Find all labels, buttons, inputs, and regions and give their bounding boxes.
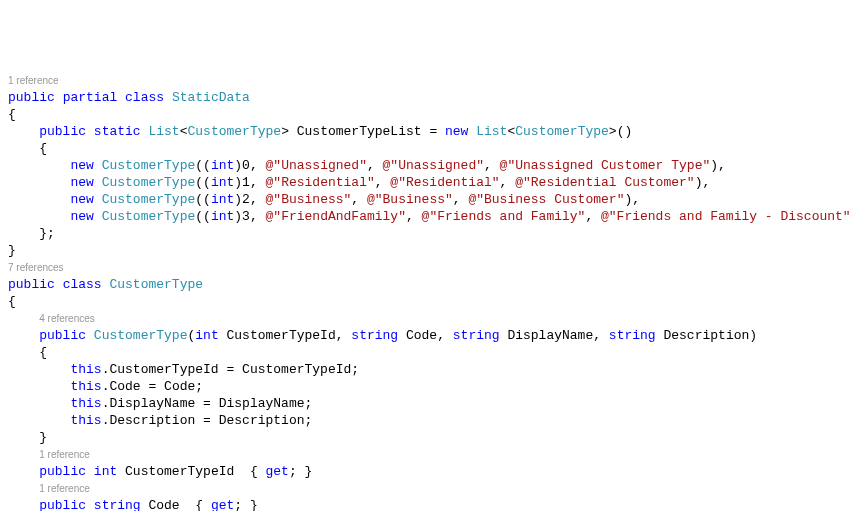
keyword-int: int [195, 328, 218, 343]
prop-code: Code [109, 379, 140, 394]
param-cti: CustomerTypeId [242, 362, 351, 377]
ctor-name: CustomerType [94, 328, 188, 343]
paren-open: ( [203, 209, 211, 224]
keyword-int: int [211, 158, 234, 173]
op-eq: = [195, 413, 218, 428]
type-customertype: CustomerType [102, 209, 196, 224]
op-eq: = [422, 124, 445, 139]
get-close: ; } [234, 498, 257, 511]
keyword-new: new [445, 124, 468, 139]
paren-open: ( [195, 158, 203, 173]
param-display: DisplayName [219, 396, 305, 411]
param-code: Code [406, 328, 437, 343]
brace-open: { [39, 141, 47, 156]
comma: , [702, 175, 710, 190]
type-list: List [476, 124, 507, 139]
op-eq: = [195, 396, 218, 411]
op-eq: = [141, 379, 164, 394]
type-customertype: CustomerType [102, 158, 196, 173]
keyword-get: get [211, 498, 234, 511]
keyword-string: string [609, 328, 656, 343]
str-faf-disp: @"Friends and Family" [422, 209, 586, 224]
str-residential: @"Residential" [266, 175, 375, 190]
prop-display: DisplayName [109, 396, 195, 411]
comma: , [437, 328, 453, 343]
paren-close: ) [710, 158, 718, 173]
comma: , [336, 328, 352, 343]
keyword-partial: partial [63, 90, 118, 105]
semicolon: ; [195, 379, 203, 394]
type-customertype: CustomerType [515, 124, 609, 139]
codelens-ref[interactable]: 7 references [8, 262, 64, 273]
keyword-public: public [39, 124, 86, 139]
keyword-int: int [211, 192, 234, 207]
type-customertype: CustomerType [188, 124, 282, 139]
comma: , [351, 192, 367, 207]
keyword-string: string [351, 328, 398, 343]
angle-lt: < [180, 124, 188, 139]
keyword-int: int [211, 209, 234, 224]
keyword-string: string [453, 328, 500, 343]
brace-close: } [39, 430, 47, 445]
comma: , [585, 209, 601, 224]
comma: , [453, 192, 469, 207]
prop-cti: CustomerTypeId [125, 464, 234, 479]
comma: , [406, 209, 422, 224]
paren-close: ) [234, 158, 242, 173]
codelens-ref[interactable]: 4 references [39, 313, 95, 324]
code-editor[interactable]: 1 reference public partial class StaticD… [8, 72, 841, 511]
codelens-ref[interactable]: 1 reference [39, 449, 90, 460]
num-1: 1 [242, 175, 250, 190]
brace-open: { [8, 294, 16, 309]
keyword-class: class [63, 277, 102, 292]
type-customertype: CustomerType [102, 192, 196, 207]
brace-close: } [39, 226, 47, 241]
keyword-class: class [125, 90, 164, 105]
get-open: { [242, 464, 265, 479]
brace-close: } [8, 243, 16, 258]
semicolon: ; [305, 413, 313, 428]
op-eq: = [219, 362, 242, 377]
keyword-new: new [70, 192, 93, 207]
paren-close: ) [749, 328, 757, 343]
get-close: ; } [289, 464, 312, 479]
field-name: CustomerTypeList [297, 124, 422, 139]
comma: , [250, 192, 266, 207]
str-faf: @"FriendAndFamily" [266, 209, 406, 224]
codelens-ref[interactable]: 1 reference [39, 483, 90, 494]
paren-open: ( [195, 192, 203, 207]
brace-open: { [8, 107, 16, 122]
angle-gt: > [609, 124, 617, 139]
paren-open: ( [195, 175, 203, 190]
param-cti: CustomerTypeId [227, 328, 336, 343]
keyword-this: this [70, 379, 101, 394]
keyword-get: get [266, 464, 289, 479]
comma: , [593, 328, 609, 343]
keyword-int: int [211, 175, 234, 190]
keyword-public: public [39, 328, 86, 343]
str-business-desc: @"Business Customer" [468, 192, 624, 207]
num-3: 3 [242, 209, 250, 224]
prop-desc: Description [109, 413, 195, 428]
str-residential-desc: @"Residential Customer" [515, 175, 694, 190]
paren-open: ( [195, 209, 203, 224]
param-code: Code [164, 379, 195, 394]
paren-close: ) [624, 124, 632, 139]
param-desc: Description [219, 413, 305, 428]
comma: , [250, 209, 266, 224]
param-display: DisplayName [507, 328, 593, 343]
paren-close: ) [234, 192, 242, 207]
semicolon: ; [305, 396, 313, 411]
paren-close: ) [234, 209, 242, 224]
str-business: @"Business" [367, 192, 453, 207]
codelens-ref[interactable]: 1 reference [8, 75, 59, 86]
str-faf-desc: @"Friends and Family - Discount" [601, 209, 849, 224]
keyword-new: new [70, 175, 93, 190]
paren-open: ( [203, 175, 211, 190]
type-list: List [148, 124, 179, 139]
keyword-string: string [94, 498, 141, 511]
get-open: { [188, 498, 211, 511]
keyword-this: this [70, 362, 101, 377]
keyword-this: this [70, 413, 101, 428]
semicolon: ; [351, 362, 359, 377]
